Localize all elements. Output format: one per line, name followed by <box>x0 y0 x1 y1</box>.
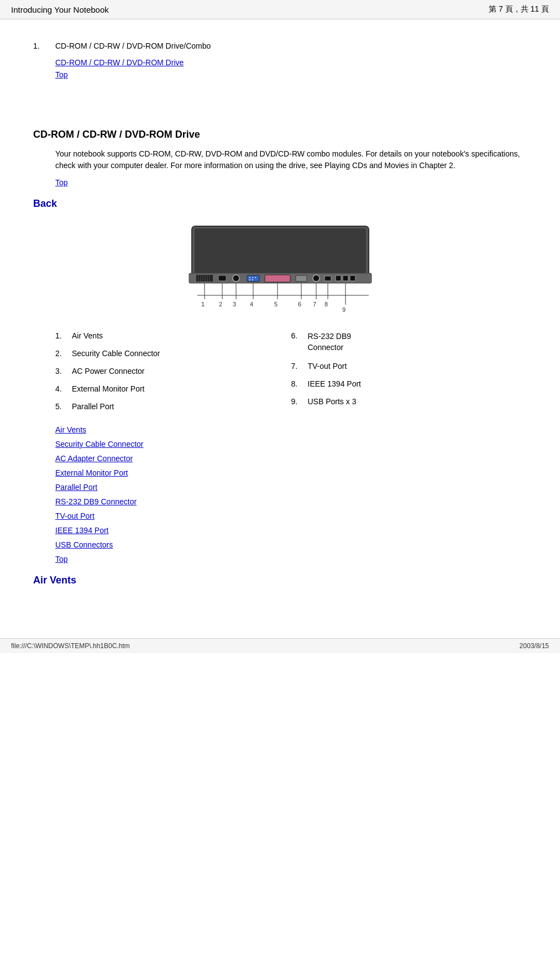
usb-connectors-link[interactable]: USB Connectors <box>55 540 527 549</box>
svg-text:4: 4 <box>249 301 253 307</box>
svg-rect-24 <box>350 275 355 281</box>
item-num: 8. <box>291 379 308 388</box>
item-num: 7. <box>291 362 308 371</box>
item-label: Security Cable Connector <box>72 349 160 358</box>
list-item: 4. External Monitor Port <box>55 384 291 393</box>
rs232-link[interactable]: RS-232 DB9 Connector <box>55 497 527 506</box>
item-label: TV-out Port <box>308 362 347 371</box>
svg-point-14 <box>252 277 253 278</box>
footer-date: 2003/8/15 <box>520 642 549 650</box>
tv-out-link[interactable]: TV-out Port <box>55 512 527 520</box>
item-num: 6. <box>291 331 308 340</box>
item-label: RS-232 DB9Connector <box>308 331 352 353</box>
svg-rect-1 <box>195 228 366 274</box>
cdrom-section-heading: CD-ROM / CD-RW / DVD-ROM Drive <box>33 129 527 140</box>
svg-text:5: 5 <box>274 301 277 307</box>
external-monitor-link[interactable]: External Monitor Port <box>55 468 527 477</box>
svg-text:3: 3 <box>232 301 235 307</box>
item-label: External Monitor Port <box>72 384 145 393</box>
list-item: 7. TV-out Port <box>291 362 527 371</box>
item-num: 4. <box>55 384 72 393</box>
item-num: 9. <box>291 397 308 406</box>
back-items-left: 1. Air Vents 2. Security Cable Connector… <box>55 331 291 420</box>
svg-point-20 <box>313 275 320 281</box>
item-label: USB Ports x 3 <box>308 397 357 406</box>
svg-text:1: 1 <box>201 301 204 307</box>
page-title: Introducing Your Notebook <box>11 5 109 14</box>
svg-rect-22 <box>336 275 341 281</box>
svg-text:7: 7 <box>312 301 316 307</box>
item-num: 5. <box>55 402 72 411</box>
svg-rect-23 <box>343 275 348 281</box>
pagination: 第 7 頁，共 11 頁 <box>489 4 549 14</box>
cdrom-drive-link[interactable]: CD-ROM / CD-RW / DVD-ROM Drive <box>55 58 527 67</box>
item-num: 3. <box>55 367 72 376</box>
svg-text:8: 8 <box>324 301 327 307</box>
intro-top-link[interactable]: Top <box>55 70 527 79</box>
item-label: Air Vents <box>72 331 103 340</box>
svg-point-17 <box>252 279 253 280</box>
ieee1394-link[interactable]: IEEE 1394 Port <box>55 526 527 535</box>
svg-rect-19 <box>296 275 307 281</box>
air-vents-heading: Air Vents <box>33 575 527 586</box>
page-footer: file:///C:\WINDOWS\TEMP\.hh1B0C.htm 2003… <box>0 638 560 653</box>
svg-text:6: 6 <box>297 301 301 307</box>
air-vents-link[interactable]: Air Vents <box>55 425 527 434</box>
back-items-list: 1. Air Vents 2. Security Cable Connector… <box>55 331 527 420</box>
svg-text:9: 9 <box>342 306 345 313</box>
back-top-link[interactable]: Top <box>55 555 527 564</box>
list-item: 8. IEEE 1394 Port <box>291 379 527 388</box>
svg-rect-21 <box>325 276 331 281</box>
list-item: 3. AC Power Connector <box>55 367 291 376</box>
cdrom-top-link[interactable]: Top <box>55 178 527 187</box>
list-item: 2. Security Cable Connector <box>55 349 291 358</box>
list-item: 9. USB Ports x 3 <box>291 397 527 406</box>
svg-point-16 <box>249 279 250 280</box>
svg-point-13 <box>249 277 250 278</box>
item-label: Parallel Port <box>72 402 114 411</box>
list-item: 1. CD-ROM / CD-RW / DVD-ROM Drive/Combo <box>33 41 527 50</box>
notebook-image-container: 1 2 3 4 5 6 7 8 9 <box>33 221 527 320</box>
item-num: 1. <box>55 331 72 340</box>
back-items-right: 6. RS-232 DB9Connector 7. TV-out Port 8.… <box>291 331 527 420</box>
list-item: 5. Parallel Port <box>55 402 291 411</box>
svg-point-15 <box>255 277 256 278</box>
svg-rect-12 <box>247 275 259 281</box>
item-label: IEEE 1394 Port <box>308 379 362 388</box>
svg-rect-18 <box>265 275 290 282</box>
cdrom-paragraph: Your notebook supports CD-ROM, CD-RW, DV… <box>55 148 527 171</box>
list-number: 1. <box>33 41 55 50</box>
svg-rect-10 <box>218 275 226 281</box>
item-label: AC Power Connector <box>72 367 145 376</box>
footer-path: file:///C:\WINDOWS\TEMP\.hh1B0C.htm <box>11 642 130 650</box>
svg-point-11 <box>233 275 239 281</box>
page-header: Introducing Your Notebook 第 7 頁，共 11 頁 <box>0 0 560 19</box>
parallel-port-link[interactable]: Parallel Port <box>55 483 527 492</box>
ac-adapter-link[interactable]: AC Adapter Connector <box>55 454 527 463</box>
back-section-heading: Back <box>33 198 527 210</box>
list-text: CD-ROM / CD-RW / DVD-ROM Drive/Combo <box>55 41 211 50</box>
security-cable-link[interactable]: Security Cable Connector <box>55 440 527 449</box>
notebook-back-image: 1 2 3 4 5 6 7 8 9 <box>159 221 402 320</box>
back-links-section: Air Vents Security Cable Connector AC Ad… <box>55 425 527 549</box>
svg-text:2: 2 <box>218 301 222 307</box>
page-content: 1. CD-ROM / CD-RW / DVD-ROM Drive/Combo … <box>0 19 560 616</box>
list-item: 6. RS-232 DB9Connector <box>291 331 527 353</box>
list-item: 1. Air Vents <box>55 331 291 340</box>
item-num: 2. <box>55 349 72 358</box>
